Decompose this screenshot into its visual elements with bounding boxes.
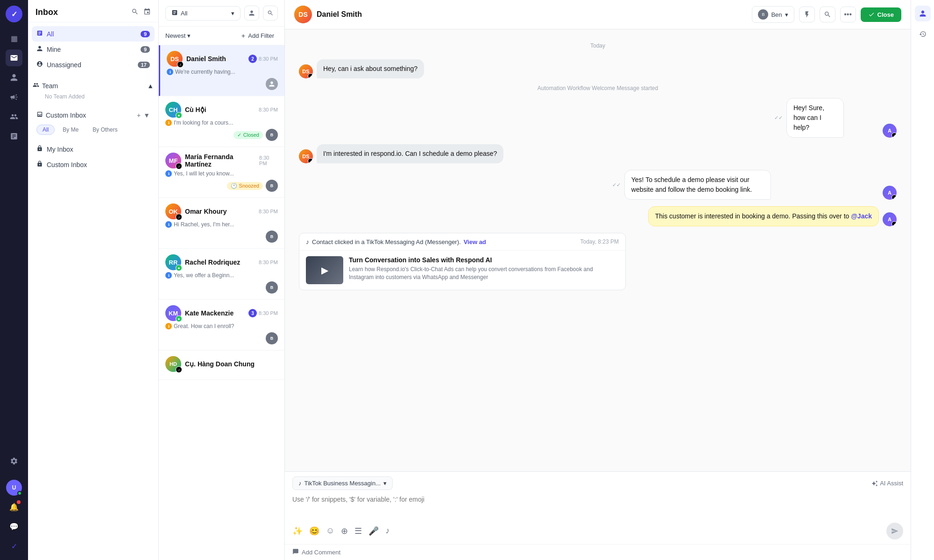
filter-all-icon — [171, 9, 178, 17]
ad-content: Turn Conversation into Sales with Respon… — [349, 256, 619, 281]
platform-tiktok2: ♪ — [176, 214, 182, 220]
unread-badge: 2 — [248, 55, 257, 63]
conv-item-rachel[interactable]: RR ● Rachel Rodriquez 8:30 PM ℹ Yes, we … — [159, 249, 284, 300]
nav-contacts-icon[interactable] — [6, 69, 22, 86]
conversation-items: DS ♪ Daniel Smith 2 8:30 PM ℹ We're curr… — [159, 45, 284, 560]
template-icon[interactable]: ☰ — [354, 526, 362, 536]
notifications-icon[interactable]: 🔔 — [6, 498, 22, 515]
my-inbox-item[interactable]: My Inbox — [32, 141, 155, 157]
conv-item-omar[interactable]: OK ♪ Omar Khoury 8:30 PM ℹ Hi Rachel, ye… — [159, 198, 284, 249]
tiktok-ad-icon: ♪ — [306, 238, 309, 245]
sparkle-icon[interactable]: ✨ — [292, 526, 303, 536]
msg-avatar-agent2: A ♪ — [883, 186, 897, 200]
msg-avatar-agent3: A ♪ — [883, 212, 897, 226]
ad-card-body: ▶ Turn Conversation into Sales with Resp… — [299, 251, 625, 290]
all-inbox-icon — [36, 30, 43, 38]
emoji-icon[interactable]: 😊 — [309, 526, 319, 536]
platform-wa3: ● — [176, 315, 182, 322]
compose-channel-row: ♪ TikTok Business Messagin... ▾ AI Assis… — [292, 476, 903, 490]
agent-view-icon[interactable] — [244, 6, 259, 21]
custom-inbox-section: Custom Inbox + ▼ All By Me By Others — [28, 105, 158, 140]
tab-by-others[interactable]: By Others — [86, 125, 123, 135]
gif-icon[interactable]: ⊕ — [341, 526, 348, 536]
custom-inbox-header[interactable]: Custom Inbox + ▼ — [32, 107, 155, 123]
mention-jack: @Jack — [851, 212, 872, 220]
lightning-icon[interactable] — [799, 7, 815, 22]
comment-icon — [292, 548, 299, 556]
add-custom-inbox-icon[interactable]: + — [137, 112, 141, 119]
right-history-icon[interactable] — [915, 26, 931, 42]
conv-item-maria[interactable]: MF ♪ María Fernanda Martínez 8:30 PM ℹ Y… — [159, 147, 284, 198]
view-ad-link[interactable]: View ad — [464, 238, 486, 245]
platform-tiktok3: ♪ — [176, 366, 182, 373]
channel-dropdown-arrow: ▾ — [383, 480, 387, 487]
audio-icon[interactable]: 🎤 — [368, 526, 379, 536]
channel-select[interactable]: ♪ TikTok Business Messagin... ▾ — [292, 476, 393, 490]
msg-avatar-daniel: DS ♪ — [299, 64, 313, 78]
nav-team-icon[interactable] — [6, 108, 22, 125]
nav-inbox-icon[interactable] — [6, 49, 22, 66]
custom-inbox-item[interactable]: Custom Inbox — [32, 157, 155, 172]
conv-item-daniel[interactable]: DS ♪ Daniel Smith 2 8:30 PM ℹ We're curr… — [159, 45, 284, 96]
add-filter-button[interactable]: Add Filter — [237, 30, 278, 41]
right-sidebar — [911, 0, 934, 560]
conv-item-cu[interactable]: CH ● Cù Hội 8:30 PM ℹ I'm looking for a … — [159, 96, 284, 147]
tasks-icon[interactable]: ✓ — [6, 538, 22, 554]
nav-reports-icon[interactable] — [6, 128, 22, 145]
msg-3: DS ♪ I'm interested in respond.io. Can I… — [299, 144, 897, 163]
chat-header-right: B Ben ▾ ••• Close — [752, 6, 901, 23]
online-status-dot — [17, 491, 22, 496]
conv-subheader: Newest ▾ Add Filter — [159, 27, 284, 45]
chat-main: DS Daniel Smith B Ben ▾ ••• Close Tod — [285, 0, 911, 560]
logo-icon[interactable]: ✓ — [6, 6, 22, 22]
no-team-text: No Team Added — [33, 92, 154, 103]
sidebar-header-icons — [131, 8, 151, 17]
lock2-icon — [36, 161, 43, 168]
compose-toolbar: ✨ 😊 ☺ ⊕ ☰ 🎤 ♪ — [292, 523, 903, 539]
sort-arrow: ▾ — [187, 32, 191, 39]
sort-button[interactable]: Newest ▾ — [165, 32, 191, 39]
add-comment-row[interactable]: Add Comment — [285, 544, 911, 560]
tiktok-channel-icon: ♪ — [298, 480, 302, 487]
chevron-up-icon: ▲ — [147, 82, 154, 90]
nav-all[interactable]: All 9 — [32, 26, 155, 42]
nav-settings-icon[interactable] — [6, 453, 22, 469]
chevron-down-custom-icon[interactable]: ▼ — [143, 112, 150, 119]
conv-item-kate[interactable]: KM ● Kate Mackenzie 3 8:30 PM ℹ Great. H… — [159, 300, 284, 350]
conv-item-hang[interactable]: HD ♪ Cụ. Hàng Doan Chung — [159, 350, 284, 380]
send-button[interactable] — [886, 523, 903, 539]
nav-grid-icon[interactable]: ▦ — [6, 30, 22, 47]
close-button[interactable]: Close — [861, 7, 901, 22]
nav-campaigns-icon[interactable] — [6, 89, 22, 105]
msg-bubble-3: I'm interested in respond.io. Can I sche… — [317, 144, 503, 163]
compose-icon[interactable] — [143, 8, 151, 17]
conv-list-header: All ▾ — [159, 0, 284, 27]
contact-name: Daniel Smith — [317, 10, 362, 19]
msg-bubble-2: Hey! Sure, how can I help? — [786, 98, 844, 138]
msg-bubble-1: Hey, can i ask about something? — [317, 59, 424, 78]
tiktok-tool-icon[interactable]: ♪ — [385, 526, 389, 536]
chat-search-icon[interactable] — [820, 7, 835, 22]
user-avatar[interactable]: U — [6, 480, 22, 496]
nav-unassigned[interactable]: Unassigned 17 — [32, 57, 155, 72]
team-header[interactable]: Team ▲ — [33, 79, 154, 92]
snoozed-badge: 🕐 Snoozed — [227, 182, 263, 190]
conv-search-icon[interactable] — [263, 6, 278, 21]
tab-all[interactable]: All — [36, 125, 55, 135]
agent-selector[interactable]: B Ben ▾ — [752, 6, 794, 23]
nav-mine[interactable]: Mine 9 — [32, 42, 155, 57]
search-icon[interactable] — [131, 8, 139, 17]
help-icon[interactable]: 💬 — [6, 518, 22, 535]
more-options-icon[interactable]: ••• — [840, 7, 856, 22]
sticker-icon[interactable]: ☺ — [326, 526, 334, 536]
right-contact-icon[interactable] — [915, 6, 931, 21]
ai-assist-button[interactable]: AI Assist — [871, 480, 903, 487]
platform-indicator: ♪ — [177, 61, 184, 68]
dropdown-arrow: ▾ — [231, 10, 234, 17]
tab-by-me[interactable]: By Me — [57, 125, 85, 135]
ad-thumbnail: ▶ — [306, 256, 343, 284]
msg-5: This customer is interested in booking a… — [299, 206, 897, 226]
filter-dropdown[interactable]: All ▾ — [165, 6, 241, 21]
team-icon — [33, 82, 39, 90]
compose-input[interactable] — [292, 494, 903, 517]
